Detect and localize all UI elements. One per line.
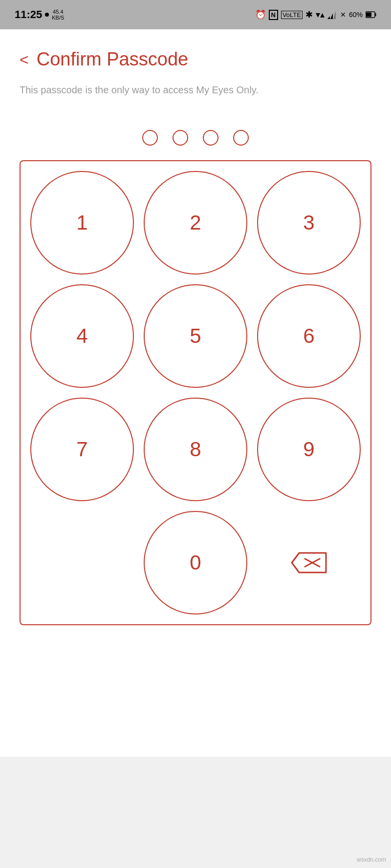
key-8[interactable]: 8 (144, 398, 247, 501)
kb-speed: 45.4KB/S (52, 9, 64, 21)
delete-icon (289, 548, 328, 577)
svg-marker-1 (330, 13, 333, 19)
key-1[interactable]: 1 (30, 171, 134, 275)
passcode-dot-1 (142, 130, 158, 146)
key-5[interactable]: 5 (144, 284, 247, 388)
key-6[interactable]: 6 (257, 284, 361, 388)
status-dot (45, 13, 49, 17)
key-2[interactable]: 2 (144, 171, 247, 275)
bluetooth-icon: ✱ (305, 9, 313, 20)
page-title: Confirm Passcode (37, 49, 188, 70)
status-right: ⏰ N VoLTE ✱ ▾▴ ✕ 60% (255, 9, 376, 20)
header: < Confirm Passcode (0, 29, 391, 80)
x-signal-icon: ✕ (340, 11, 346, 19)
svg-rect-5 (366, 13, 371, 17)
status-bar: 11:25 45.4KB/S ⏰ N VoLTE ✱ ▾▴ ✕ 60% (0, 0, 391, 29)
svg-marker-0 (327, 16, 330, 19)
key-4[interactable]: 4 (30, 284, 134, 388)
svg-marker-2 (333, 10, 336, 19)
volte-icon: VoLTE (281, 11, 303, 19)
main-content: < Confirm Passcode This passcode is the … (0, 29, 391, 757)
key-7[interactable]: 7 (30, 398, 134, 501)
bottom-area (0, 757, 391, 868)
signal-icon (327, 10, 337, 19)
battery-icon (366, 11, 376, 18)
status-left: 11:25 45.4KB/S (15, 8, 64, 21)
key-delete-button[interactable] (257, 511, 361, 614)
back-button[interactable]: < (20, 52, 29, 67)
battery-text: 60% (349, 11, 363, 19)
passcode-dot-2 (173, 130, 188, 146)
passcode-dot-3 (203, 130, 218, 146)
key-9[interactable]: 9 (257, 398, 361, 501)
passcode-dot-4 (233, 130, 249, 146)
svg-rect-4 (375, 13, 376, 16)
subtitle-text: This passcode is the only way to access … (0, 80, 391, 110)
svg-marker-6 (292, 553, 326, 572)
watermark: wsxdn.com (357, 856, 386, 863)
keypad-wrapper: 1 2 3 4 5 6 7 8 9 0 (20, 160, 371, 625)
alarm-icon: ⏰ (255, 9, 266, 20)
passcode-dots (0, 110, 391, 160)
key-3[interactable]: 3 (257, 171, 361, 275)
wifi-icon: ▾▴ (316, 9, 325, 20)
key-0[interactable]: 0 (144, 511, 247, 614)
nfc-icon: N (269, 10, 278, 20)
key-empty (30, 511, 134, 614)
status-time: 11:25 (15, 8, 42, 21)
keypad-grid: 1 2 3 4 5 6 7 8 9 0 (30, 171, 361, 614)
